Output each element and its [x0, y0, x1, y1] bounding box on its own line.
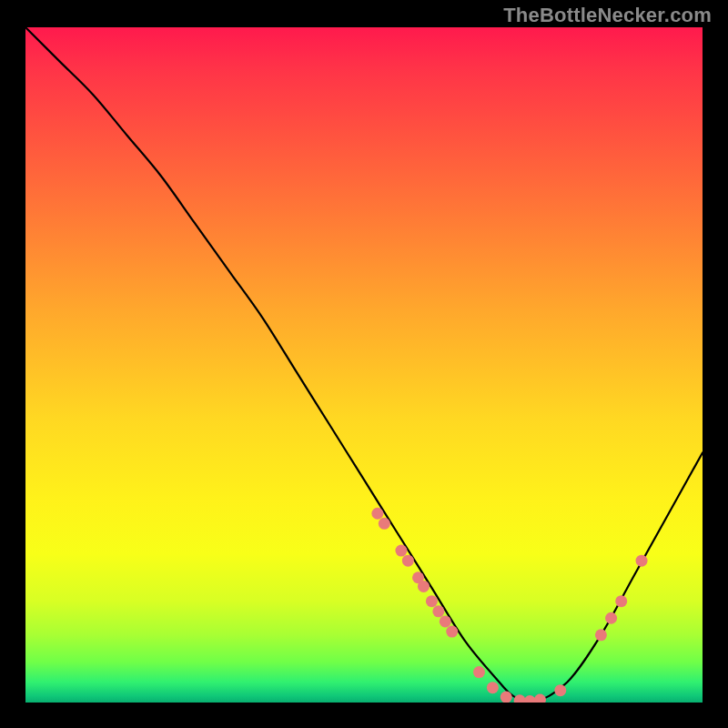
curve-marker [371, 508, 383, 520]
curve-marker [426, 595, 438, 607]
curve-marker [395, 545, 407, 557]
chart-container: TheBottleNecker.com [0, 0, 728, 728]
curve-marker [524, 695, 536, 703]
chart-overlay [25, 27, 703, 703]
curve-marker [534, 694, 546, 703]
marker-group [371, 508, 647, 703]
curve-marker [402, 555, 414, 567]
curve-marker [432, 605, 444, 617]
curve-marker [487, 682, 499, 693]
curve-marker [554, 684, 566, 696]
curve-marker [636, 555, 648, 567]
curve-marker [595, 629, 607, 641]
curve-marker [615, 595, 627, 607]
curve-marker [440, 615, 451, 627]
curve-marker [418, 581, 430, 592]
bottleneck-curve [25, 27, 703, 703]
curve-marker [446, 626, 458, 638]
curve-marker [473, 666, 485, 678]
curve-marker [605, 612, 617, 624]
curve-marker [514, 694, 526, 703]
curve-marker [500, 692, 512, 703]
attribution-text: TheBottleNecker.com [503, 4, 712, 27]
curve-marker [379, 518, 390, 530]
